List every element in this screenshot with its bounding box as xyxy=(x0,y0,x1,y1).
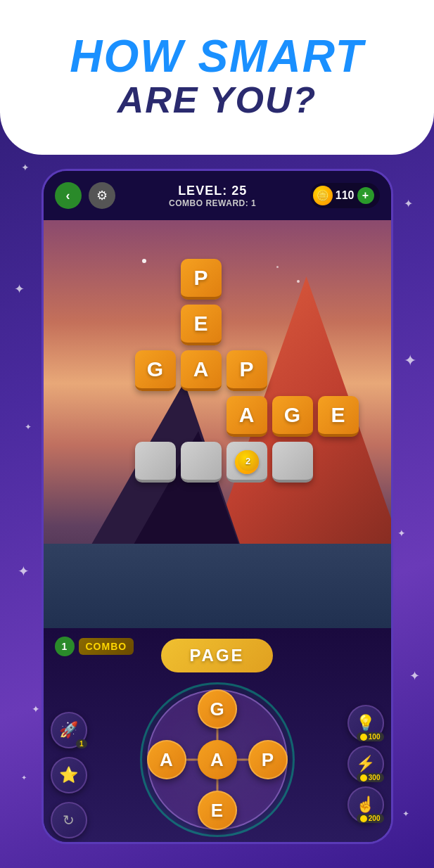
hint-cost-badge: 100 xyxy=(357,732,384,741)
tile-P-top: P xyxy=(181,259,222,300)
sky-star-2 xyxy=(297,280,300,283)
star-decor-9: ✦ xyxy=(397,528,406,539)
lightning-cost: 300 xyxy=(369,774,381,781)
wheel-letter-center: A xyxy=(210,749,224,771)
wheel-letter-P: P xyxy=(262,749,274,771)
rocket-badge: 1 xyxy=(76,739,87,748)
star-decor-3: ✦ xyxy=(25,422,32,432)
hand-icon: ☝️ xyxy=(356,796,375,814)
tile-A2: A xyxy=(226,396,267,437)
star-decor-6: ✦ xyxy=(21,774,27,781)
hand-button[interactable]: ☝️ 200 xyxy=(347,786,384,823)
sky-star-1 xyxy=(142,259,146,263)
header-left: ‹ ⚙ xyxy=(55,182,115,209)
star-decor-4: ✦ xyxy=(18,563,30,580)
hint-button[interactable]: 💡 100 xyxy=(347,705,384,741)
star-button[interactable]: ⭐ xyxy=(51,757,87,793)
star-decor-7: ✦ xyxy=(404,197,413,210)
header-center: LEVEL: 25 COMBO REWARD: 1 xyxy=(169,184,256,208)
sky-star-3 xyxy=(276,266,279,268)
star-decor-10: ✦ xyxy=(409,668,420,684)
lightning-icon: ⚡ xyxy=(356,755,375,773)
back-button[interactable]: ‹ xyxy=(55,182,82,209)
lightning-cost-badge: 300 xyxy=(357,773,384,782)
level-text: LEVEL: 25 xyxy=(169,184,256,198)
star-decor-8: ✦ xyxy=(404,352,416,370)
tile-A: A xyxy=(181,350,222,391)
combo-reward-text: COMBO REWARD: 1 xyxy=(169,198,256,208)
game-bottom: 1 COMBO PAGE 🚀 1 ⭐ ↻ xyxy=(44,628,391,844)
wheel-node-G[interactable]: G xyxy=(198,689,237,729)
refresh-icon: ↻ xyxy=(63,812,75,829)
hand-cost-coin xyxy=(360,815,367,822)
letter-wheel: G A P E A xyxy=(140,682,295,837)
wheel-node-E[interactable]: E xyxy=(198,791,237,830)
game-scene: P E G A P A G E 2 xyxy=(44,220,391,628)
refresh-button[interactable]: ↻ xyxy=(51,802,87,838)
coin-icon: 🪙 xyxy=(313,186,333,205)
add-coins-button[interactable]: + xyxy=(357,187,374,204)
star-decor-1: ✦ xyxy=(21,162,30,173)
tile-P: P xyxy=(226,350,267,391)
tile-gray-3 xyxy=(135,442,176,483)
star-decor-5: ✦ xyxy=(32,703,40,715)
right-buttons: 💡 100 ⚡ 300 ☝️ xyxy=(347,705,384,823)
combo-label: COMBO xyxy=(79,638,134,655)
game-header: ‹ ⚙ LEVEL: 25 COMBO REWARD: 1 🪙 110 + xyxy=(44,171,391,220)
tile-gray-1 xyxy=(181,442,222,483)
lightning-button[interactable]: ⚡ 300 xyxy=(347,746,384,782)
coins-display: 🪙 110 + xyxy=(310,183,380,208)
tile-coin: 2 xyxy=(226,442,267,483)
banner-line2: ARE YOU? xyxy=(117,79,317,121)
hand-cost: 200 xyxy=(369,815,381,822)
tile-E2: E xyxy=(318,396,359,437)
coin-count: 110 xyxy=(336,189,355,202)
hand-cost-badge: 200 xyxy=(357,814,384,823)
settings-button[interactable]: ⚙ xyxy=(89,182,115,209)
left-buttons: 🚀 1 ⭐ ↻ xyxy=(51,712,87,838)
hint-icon: 💡 xyxy=(356,714,375,732)
tile-gray-2 xyxy=(272,442,313,483)
hint-cost-coin xyxy=(360,734,367,741)
phone-frame: ‹ ⚙ LEVEL: 25 COMBO REWARD: 1 🪙 110 + P … xyxy=(42,169,393,844)
star-icon: ⭐ xyxy=(59,766,78,784)
combo-number: 1 xyxy=(55,637,75,656)
star-decor-2: ✦ xyxy=(14,281,25,297)
top-banner: HOW SMART ARE YOU? xyxy=(0,0,434,155)
wheel-node-A-left[interactable]: A xyxy=(147,740,186,779)
tile-E: E xyxy=(181,305,222,345)
wheel-letter-E: E xyxy=(211,800,223,822)
rocket-icon: 🚀 xyxy=(59,721,78,739)
current-word: PAGE xyxy=(161,639,272,672)
combo-badge: 1 COMBO xyxy=(55,637,134,656)
wheel-node-P[interactable]: P xyxy=(248,740,288,779)
lightning-cost-coin xyxy=(360,774,367,781)
wheel-node-center[interactable]: A xyxy=(198,740,237,779)
star-decor-11: ✦ xyxy=(402,809,409,819)
tile-G: G xyxy=(135,350,176,391)
wheel-letter-A-left: A xyxy=(160,749,173,771)
banner-line1: HOW SMART xyxy=(70,34,364,79)
water xyxy=(44,544,391,628)
wheel-letter-G: G xyxy=(210,698,224,720)
hint-cost: 100 xyxy=(369,733,381,741)
tile-G2: G xyxy=(272,396,313,437)
rocket-button[interactable]: 🚀 1 xyxy=(51,712,87,748)
